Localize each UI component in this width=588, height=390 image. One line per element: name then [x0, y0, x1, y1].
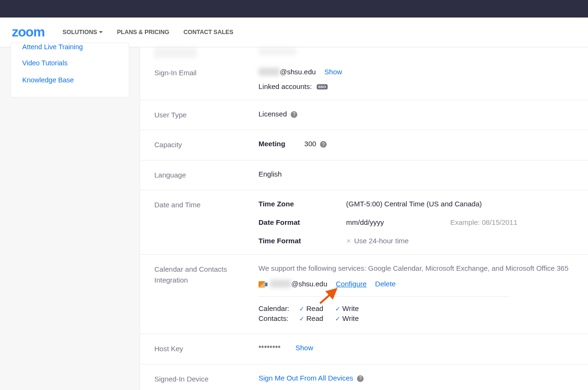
calendar-account: xxxxxx@shsu.edu [258, 280, 327, 288]
sidebar: Attend Live Training Video Tutorials Kno… [0, 47, 140, 390]
df-value: mm/dd/yyyy [346, 218, 450, 226]
tf-value: ✕Use 24-hour time [346, 237, 409, 245]
label-capacity: Capacity [154, 140, 258, 151]
email-masked: xxxxxx [258, 68, 280, 76]
delete-link[interactable]: Delete [375, 280, 395, 288]
value-personal-id [258, 47, 588, 58]
zoom-logo[interactable]: zoom [12, 25, 45, 40]
calendar-support-text: We support the following services: Googl… [258, 264, 588, 272]
help-icon[interactable]: ? [291, 111, 297, 118]
configure-link[interactable]: Configure [336, 280, 366, 288]
top-bar [0, 0, 588, 18]
cal-email-masked: xxxxxx [270, 280, 291, 288]
linked-accounts-row: Linked accounts: SSO [258, 82, 588, 90]
perm-calendar-write: ✓Write [335, 304, 364, 312]
hostkey-value: ******** [258, 344, 287, 352]
annotation-arrow-icon [318, 286, 340, 305]
label-user-type: User Type [154, 110, 258, 121]
label-datetime: Date and Time [154, 200, 258, 245]
email-value: xxxxxx@shsu.edu [258, 68, 316, 76]
df-example: Example: 08/15/2011 [450, 218, 517, 226]
linked-accounts-label: Linked accounts: [258, 82, 312, 90]
tf-label: Time Format [258, 237, 346, 245]
label-host-key: Host Key [154, 344, 258, 355]
label-calendar-integration: Calendar and Contacts Integration [154, 264, 258, 324]
show-hostkey-link[interactable]: Show [295, 344, 313, 352]
perm-contacts-write: ✓Write [335, 314, 364, 322]
user-type-value: Licensed [258, 110, 287, 118]
sidebar-item-training[interactable]: Attend Live Training [22, 40, 117, 54]
profile-main: Sign-In Email xxxxxx@shsu.edu Show Linke… [140, 47, 588, 390]
label-language: Language [154, 170, 258, 181]
sidebar-item-tutorials[interactable]: Video Tutorials [22, 54, 117, 71]
tz-label: Time Zone [258, 200, 346, 208]
check-icon: ✓ [335, 315, 340, 322]
sign-out-all-link[interactable]: Sign Me Out From All Devices [258, 374, 353, 382]
calendar-service-icon [258, 281, 265, 288]
x-icon: ✕ [346, 238, 351, 245]
nav-solutions-label: SOLUTIONS [62, 29, 97, 35]
show-email-link[interactable]: Show [324, 68, 342, 76]
capacity-value: 300 [304, 140, 316, 148]
nav-contact[interactable]: CONTACT SALES [183, 29, 233, 35]
check-icon: ✓ [299, 315, 304, 322]
label-personal-id [154, 47, 258, 58]
df-label: Date Format [258, 218, 346, 226]
email-domain: @shsu.edu [280, 68, 316, 76]
main-nav: SOLUTIONS PLANS & PRICING CONTACT SALES [62, 29, 233, 35]
sso-badge-icon: SSO [317, 84, 328, 89]
check-icon: ✓ [299, 305, 304, 312]
divider [258, 296, 509, 297]
check-icon: ✓ [335, 305, 340, 312]
tz-value: (GMT-5:00) Central Time (US and Canada) [346, 200, 482, 208]
capacity-type: Meeting [258, 140, 285, 148]
perm-contacts-label: Contacts: [258, 314, 292, 322]
nav-plans[interactable]: PLANS & PRICING [117, 29, 169, 35]
sidebar-card: Attend Live Training Video Tutorials Kno… [10, 43, 129, 98]
help-icon[interactable]: ? [320, 141, 327, 148]
calendar-account-row: xxxxxx@shsu.edu Configure Delete [258, 280, 588, 288]
perm-contacts-read: ✓Read [299, 314, 328, 322]
label-signin-email: Sign-In Email [154, 68, 258, 90]
chevron-down-icon [99, 31, 103, 33]
sidebar-item-kb[interactable]: Knowledge Base [22, 71, 117, 89]
label-signed-in-device: Signed-In Device [154, 374, 258, 385]
perm-calendar-label: Calendar: [258, 304, 292, 312]
language-value: English [258, 170, 588, 181]
perm-calendar-read: ✓Read [299, 304, 328, 312]
cal-email-domain: @shsu.edu [291, 280, 327, 288]
help-icon[interactable]: ? [357, 375, 364, 382]
nav-solutions[interactable]: SOLUTIONS [62, 29, 103, 35]
